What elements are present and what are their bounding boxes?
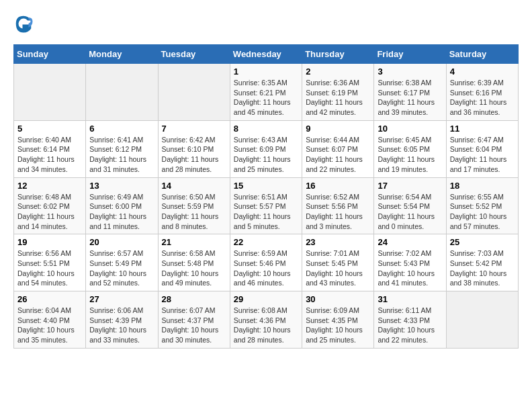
calendar-cell: 28Sunrise: 6:07 AM Sunset: 4:37 PM Dayli…	[158, 291, 230, 349]
weekday-header: Friday	[374, 45, 446, 64]
day-number: 19	[17, 237, 82, 247]
day-number: 3	[378, 66, 442, 77]
day-number: 27	[89, 294, 154, 304]
day-info: Sunrise: 6:49 AM Sunset: 6:00 PM Dayligh…	[89, 192, 154, 232]
day-number: 25	[450, 237, 515, 247]
calendar-week-row: 12Sunrise: 6:48 AM Sunset: 6:02 PM Dayli…	[14, 177, 519, 234]
calendar-cell: 24Sunrise: 7:02 AM Sunset: 5:43 PM Dayli…	[374, 234, 446, 291]
calendar-week-row: 1Sunrise: 6:35 AM Sunset: 6:21 PM Daylig…	[14, 64, 519, 121]
day-info: Sunrise: 7:03 AM Sunset: 5:42 PM Dayligh…	[450, 248, 515, 288]
calendar-cell: 25Sunrise: 7:03 AM Sunset: 5:42 PM Dayli…	[446, 234, 518, 291]
weekday-header: Monday	[86, 45, 158, 64]
day-number: 12	[17, 181, 82, 191]
calendar-cell: 19Sunrise: 6:56 AM Sunset: 5:51 PM Dayli…	[14, 234, 86, 291]
day-number: 29	[234, 294, 298, 304]
day-info: Sunrise: 6:45 AM Sunset: 6:05 PM Dayligh…	[378, 135, 442, 175]
calendar-cell: 11Sunrise: 6:47 AM Sunset: 6:04 PM Dayli…	[446, 120, 518, 177]
day-info: Sunrise: 6:41 AM Sunset: 6:12 PM Dayligh…	[89, 135, 154, 175]
calendar-cell: 2Sunrise: 6:36 AM Sunset: 6:19 PM Daylig…	[302, 64, 374, 121]
calendar-cell: 9Sunrise: 6:44 AM Sunset: 6:07 PM Daylig…	[302, 120, 374, 177]
day-info: Sunrise: 6:09 AM Sunset: 4:35 PM Dayligh…	[306, 306, 370, 345]
day-info: Sunrise: 6:47 AM Sunset: 6:04 PM Dayligh…	[450, 135, 515, 175]
calendar-cell	[86, 64, 158, 121]
day-number: 10	[378, 124, 442, 134]
calendar-cell: 27Sunrise: 6:06 AM Sunset: 4:39 PM Dayli…	[86, 291, 158, 349]
calendar-table: SundayMondayTuesdayWednesdayThursdayFrid…	[13, 44, 519, 349]
day-number: 26	[17, 294, 82, 304]
calendar-cell: 29Sunrise: 6:08 AM Sunset: 4:36 PM Dayli…	[230, 291, 302, 349]
day-number: 28	[162, 294, 226, 304]
day-number: 9	[306, 124, 370, 134]
calendar-cell: 23Sunrise: 7:01 AM Sunset: 5:45 PM Dayli…	[302, 234, 374, 291]
day-info: Sunrise: 6:52 AM Sunset: 5:56 PM Dayligh…	[306, 192, 370, 232]
day-number: 4	[450, 66, 515, 77]
calendar-cell: 17Sunrise: 6:54 AM Sunset: 5:54 PM Dayli…	[374, 177, 446, 234]
day-info: Sunrise: 6:42 AM Sunset: 6:10 PM Dayligh…	[162, 135, 226, 175]
calendar-cell: 6Sunrise: 6:41 AM Sunset: 6:12 PM Daylig…	[86, 120, 158, 177]
calendar-cell: 30Sunrise: 6:09 AM Sunset: 4:35 PM Dayli…	[302, 291, 374, 349]
day-number: 23	[306, 237, 370, 247]
day-info: Sunrise: 6:56 AM Sunset: 5:51 PM Dayligh…	[17, 248, 82, 288]
day-info: Sunrise: 7:01 AM Sunset: 5:45 PM Dayligh…	[306, 248, 370, 288]
day-info: Sunrise: 6:59 AM Sunset: 5:46 PM Dayligh…	[234, 248, 298, 288]
calendar-cell	[446, 291, 518, 349]
day-info: Sunrise: 6:07 AM Sunset: 4:37 PM Dayligh…	[162, 306, 226, 345]
day-info: Sunrise: 7:02 AM Sunset: 5:43 PM Dayligh…	[378, 248, 442, 288]
day-number: 21	[162, 237, 226, 247]
day-number: 8	[234, 124, 298, 134]
calendar-header-row: SundayMondayTuesdayWednesdayThursdayFrid…	[14, 45, 519, 64]
calendar-cell: 16Sunrise: 6:52 AM Sunset: 5:56 PM Dayli…	[302, 177, 374, 234]
calendar-cell: 12Sunrise: 6:48 AM Sunset: 6:02 PM Dayli…	[14, 177, 86, 234]
calendar-cell: 13Sunrise: 6:49 AM Sunset: 6:00 PM Dayli…	[86, 177, 158, 234]
day-info: Sunrise: 6:40 AM Sunset: 6:14 PM Dayligh…	[17, 135, 82, 175]
day-info: Sunrise: 6:38 AM Sunset: 6:17 PM Dayligh…	[378, 78, 442, 118]
day-number: 11	[450, 124, 515, 134]
day-info: Sunrise: 6:58 AM Sunset: 5:48 PM Dayligh…	[162, 248, 226, 288]
day-info: Sunrise: 6:44 AM Sunset: 6:07 PM Dayligh…	[306, 135, 370, 175]
calendar-cell: 31Sunrise: 6:11 AM Sunset: 4:33 PM Dayli…	[374, 291, 446, 349]
day-number: 30	[306, 294, 370, 304]
day-number: 13	[89, 181, 154, 191]
calendar-cell: 7Sunrise: 6:42 AM Sunset: 6:10 PM Daylig…	[158, 120, 230, 177]
calendar-cell: 8Sunrise: 6:43 AM Sunset: 6:09 PM Daylig…	[230, 120, 302, 177]
day-number: 15	[234, 181, 298, 191]
day-info: Sunrise: 6:55 AM Sunset: 5:52 PM Dayligh…	[450, 192, 515, 232]
calendar-cell: 22Sunrise: 6:59 AM Sunset: 5:46 PM Dayli…	[230, 234, 302, 291]
calendar-cell: 26Sunrise: 6:04 AM Sunset: 4:40 PM Dayli…	[14, 291, 86, 349]
logo-icon	[13, 13, 34, 34]
day-info: Sunrise: 6:51 AM Sunset: 5:57 PM Dayligh…	[234, 192, 298, 232]
day-number: 17	[378, 181, 442, 191]
weekday-header: Wednesday	[230, 45, 302, 64]
page-header	[13, 13, 519, 34]
logo	[13, 13, 35, 34]
calendar-cell	[158, 64, 230, 121]
day-number: 6	[89, 124, 154, 134]
weekday-header: Tuesday	[158, 45, 230, 64]
day-info: Sunrise: 6:36 AM Sunset: 6:19 PM Dayligh…	[306, 78, 370, 118]
calendar-week-row: 5Sunrise: 6:40 AM Sunset: 6:14 PM Daylig…	[14, 120, 519, 177]
calendar-cell: 21Sunrise: 6:58 AM Sunset: 5:48 PM Dayli…	[158, 234, 230, 291]
weekday-header: Thursday	[302, 45, 374, 64]
day-number: 14	[162, 181, 226, 191]
weekday-header: Sunday	[14, 45, 86, 64]
calendar-cell: 14Sunrise: 6:50 AM Sunset: 5:59 PM Dayli…	[158, 177, 230, 234]
calendar-week-row: 19Sunrise: 6:56 AM Sunset: 5:51 PM Dayli…	[14, 234, 519, 291]
day-info: Sunrise: 6:35 AM Sunset: 6:21 PM Dayligh…	[234, 78, 298, 118]
day-info: Sunrise: 6:57 AM Sunset: 5:49 PM Dayligh…	[89, 248, 154, 288]
day-info: Sunrise: 6:11 AM Sunset: 4:33 PM Dayligh…	[378, 306, 442, 345]
calendar-cell: 20Sunrise: 6:57 AM Sunset: 5:49 PM Dayli…	[86, 234, 158, 291]
day-number: 5	[17, 124, 82, 134]
calendar-week-row: 26Sunrise: 6:04 AM Sunset: 4:40 PM Dayli…	[14, 291, 519, 349]
day-info: Sunrise: 6:43 AM Sunset: 6:09 PM Dayligh…	[234, 135, 298, 175]
day-number: 31	[378, 294, 442, 304]
day-info: Sunrise: 6:48 AM Sunset: 6:02 PM Dayligh…	[17, 192, 82, 232]
day-info: Sunrise: 6:54 AM Sunset: 5:54 PM Dayligh…	[378, 192, 442, 232]
day-number: 24	[378, 237, 442, 247]
day-number: 22	[234, 237, 298, 247]
day-number: 20	[89, 237, 154, 247]
calendar-cell: 10Sunrise: 6:45 AM Sunset: 6:05 PM Dayli…	[374, 120, 446, 177]
day-info: Sunrise: 6:04 AM Sunset: 4:40 PM Dayligh…	[17, 306, 82, 345]
day-number: 7	[162, 124, 226, 134]
day-number: 18	[450, 181, 515, 191]
calendar-cell: 1Sunrise: 6:35 AM Sunset: 6:21 PM Daylig…	[230, 64, 302, 121]
